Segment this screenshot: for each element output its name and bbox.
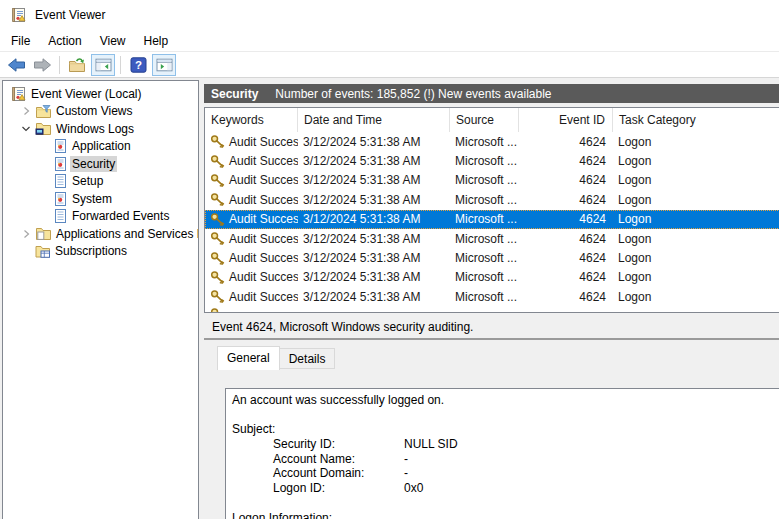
date-time-cell: 3/12/2024 5:31:38 AM <box>298 135 450 149</box>
menu-action[interactable]: Action <box>39 31 90 51</box>
sidebar-item-application[interactable]: Application <box>3 138 198 156</box>
tab-strip: GeneralDetails <box>217 346 779 369</box>
subscriptions-icon <box>35 244 51 259</box>
table-row[interactable]: Audit Success3/12/2024 5:31:38 AMMicroso… <box>205 190 779 209</box>
key-icon <box>210 134 225 149</box>
event-id-cell: 4624 <box>519 251 613 265</box>
forward-arrow-icon <box>33 57 52 73</box>
tree-chevron[interactable] <box>19 123 32 135</box>
column-header-event-id[interactable]: Event ID <box>519 108 613 132</box>
field-label: Account Domain: <box>273 466 404 481</box>
date-time-cell: 3/12/2024 5:31:38 AM <box>298 290 450 304</box>
keywords-cell: Audit Success <box>229 270 298 284</box>
column-header-source[interactable]: Source <box>450 108 519 132</box>
main-panel: Security Number of events: 185,852 (!) N… <box>204 78 779 519</box>
tree-chevron <box>19 245 32 257</box>
sidebar-item-setup[interactable]: Setup <box>3 173 198 191</box>
folder-apps-icon <box>35 226 52 241</box>
export-button[interactable] <box>65 54 89 76</box>
table-row[interactable]: Audit Success3/12/2024 5:31:38 AMMicroso… <box>205 229 779 248</box>
sidebar-item-windows-logs[interactable]: Windows Logs <box>3 120 198 138</box>
tree-chevron[interactable] <box>19 105 32 117</box>
date-time-cell: 3/12/2024 5:31:38 AM <box>298 232 450 246</box>
key-icon <box>210 251 225 266</box>
log-name: Security <box>211 87 258 101</box>
tab-general[interactable]: General <box>217 346 280 370</box>
event-rows: Audit Success3/12/2024 5:31:38 AMMicroso… <box>205 132 779 313</box>
event-viewer-icon <box>11 86 27 102</box>
forward-button[interactable] <box>30 54 54 76</box>
tree-item-label: Forwarded Events <box>72 209 169 223</box>
source-cell: Microsoft ... <box>450 173 519 187</box>
log-plain-icon <box>53 173 68 189</box>
sidebar-item-event-viewer-local[interactable]: Event Viewer (Local) <box>3 85 198 103</box>
source-cell: Microsoft ... <box>450 232 519 246</box>
column-header-keywords[interactable]: Keywords <box>205 108 298 132</box>
date-time-cell: 3/12/2024 5:31:38 AM <box>298 212 450 226</box>
toolbar-separator <box>59 56 60 74</box>
task-category-cell: Logon <box>613 135 779 149</box>
tab-details[interactable]: Details <box>280 348 336 369</box>
title-bar: Event Viewer <box>0 0 779 30</box>
menu-help[interactable]: Help <box>135 31 178 51</box>
table-row[interactable]: Audit Success3/12/2024 5:31:38 AMMicroso… <box>205 132 779 151</box>
folder-logs-icon <box>35 121 52 136</box>
log-red-icon <box>53 191 68 207</box>
event-viewer-app-icon <box>11 7 27 23</box>
sidebar-item-subscriptions[interactable]: Subscriptions <box>3 243 198 261</box>
event-id-cell: 4624 <box>519 270 613 284</box>
subject-field: Account Name:- <box>232 452 774 467</box>
sidebar-item-custom-views[interactable]: Custom Views <box>3 103 198 121</box>
general-tab-content[interactable]: An account was successfully logged on.Su… <box>225 388 779 519</box>
show-action-pane-button[interactable] <box>152 54 176 76</box>
menu-view[interactable]: View <box>91 31 135 51</box>
subject-field: Logon ID:0x0 <box>232 481 774 496</box>
date-time-cell: 3/12/2024 5:31:38 AM <box>298 270 450 284</box>
table-row[interactable]: Audit Success3/12/2024 5:31:38 AMMicroso… <box>205 268 779 287</box>
tree-item-label: Custom Views <box>56 104 132 118</box>
table-row[interactable]: Audit Success3/12/2024 5:31:38 AMMicroso… <box>205 210 779 229</box>
sidebar-item-system[interactable]: System <box>3 190 198 208</box>
event-description: An account was successfully logged on. <box>232 393 774 408</box>
task-category-cell: Logon <box>613 173 779 187</box>
key-icon <box>210 289 225 304</box>
action-pane-toggle-icon <box>156 58 173 72</box>
menu-file[interactable]: File <box>2 31 39 51</box>
sidebar-item-security[interactable]: Security <box>3 155 198 173</box>
field-value: 0x0 <box>404 481 423 496</box>
back-button[interactable] <box>4 54 28 76</box>
sidebar-item-applications-and-services-lo[interactable]: Applications and Services Lo <box>3 225 198 243</box>
subject-field: Security ID:NULL SID <box>232 437 774 452</box>
date-time-cell: 3/12/2024 5:31:38 AM <box>298 251 450 265</box>
key-icon <box>210 154 225 169</box>
help-button[interactable]: ? <box>126 54 150 76</box>
log-red-icon <box>53 138 68 154</box>
keywords-cell: Audit Success <box>229 212 298 226</box>
event-id-cell: 4624 <box>519 193 613 207</box>
tree-item-label: System <box>72 192 112 206</box>
key-icon <box>210 212 225 227</box>
log-plain-icon <box>53 208 68 224</box>
tree-chevron[interactable] <box>19 228 32 240</box>
field-value: - <box>404 466 408 481</box>
key-icon <box>210 270 225 285</box>
table-row[interactable]: Audit Success3/12/2024 5:31:38 AMMicroso… <box>205 151 779 170</box>
task-category-cell: Logon <box>613 251 779 265</box>
column-header-date-and-time[interactable]: Date and Time <box>298 108 450 132</box>
source-cell: Microsoft ... <box>450 251 519 265</box>
column-header-task-category[interactable]: Task Category <box>613 108 779 132</box>
preview-title-bar: Event 4624, Microsoft Windows security a… <box>204 316 779 340</box>
subject-heading: Subject: <box>232 422 774 437</box>
key-icon <box>210 192 225 207</box>
table-row[interactable]: Audit Success3/12/2024 5:31:38 AMMicroso… <box>205 248 779 267</box>
table-row[interactable]: Audit Success3/12/2024 5:31:38 AMMicroso… <box>205 287 779 306</box>
table-row[interactable]: Audit Success3/12/2024 5:31:38 AMMicroso… <box>205 171 779 190</box>
sidebar-item-forwarded-events[interactable]: Forwarded Events <box>3 208 198 226</box>
event-count-status: Number of events: 185,852 (!) New events… <box>275 87 551 101</box>
show-console-tree-button[interactable] <box>91 54 115 76</box>
table-row-clipped[interactable] <box>205 307 779 313</box>
key-icon <box>210 231 225 246</box>
keywords-cell: Audit Success <box>229 135 298 149</box>
key-icon <box>210 173 225 188</box>
svg-text:?: ? <box>134 59 141 71</box>
